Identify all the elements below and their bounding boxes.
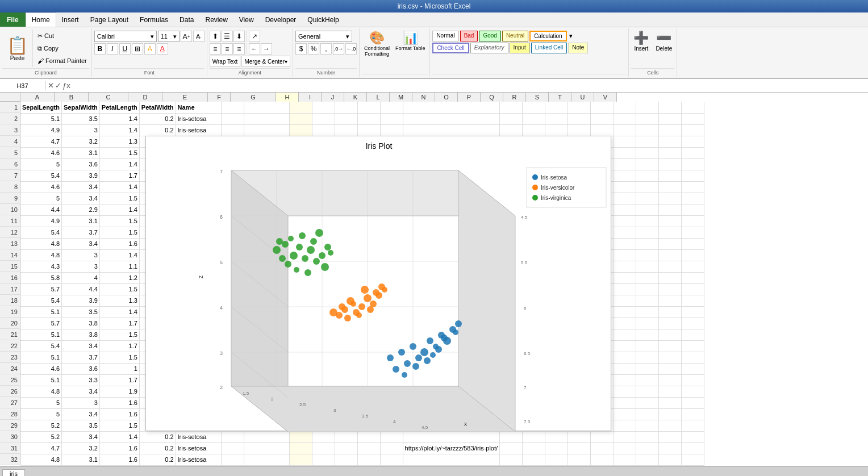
cell-K2[interactable] <box>357 113 380 124</box>
row-header-24[interactable]: 24 <box>0 363 20 374</box>
cell-S30[interactable] <box>614 431 636 442</box>
col-header-P[interactable]: P <box>458 93 481 102</box>
cell-U14[interactable] <box>659 249 682 261</box>
bold-button[interactable]: B <box>94 43 106 55</box>
explanatory-style[interactable]: Explanatory <box>470 43 508 53</box>
cell-T9[interactable] <box>636 193 659 204</box>
cell-U32[interactable] <box>659 454 682 465</box>
cell-T32[interactable] <box>636 454 659 465</box>
cell-V11[interactable] <box>682 215 704 227</box>
cell-V32[interactable] <box>682 454 704 465</box>
indent-increase-button[interactable]: → <box>261 43 272 55</box>
cell-B29[interactable]: 3.5 <box>62 420 100 431</box>
cell-I2[interactable] <box>312 113 335 124</box>
align-middle-button[interactable]: ☰ <box>222 31 233 42</box>
row-header-32[interactable]: 32 <box>0 454 20 465</box>
col-header-Q[interactable]: Q <box>481 93 503 102</box>
cell-A9[interactable]: 5 <box>20 193 62 204</box>
cell-A26[interactable]: 4.8 <box>20 386 62 397</box>
cell-M2[interactable] <box>403 113 500 124</box>
cell-T25[interactable] <box>636 374 659 386</box>
cell-S19[interactable] <box>614 306 636 318</box>
insert-function-icon[interactable]: ƒx <box>62 81 70 90</box>
cell-A30[interactable]: 5.2 <box>20 431 62 442</box>
cell-C25[interactable]: 1.7 <box>99 374 139 386</box>
cell-J2[interactable] <box>335 113 357 124</box>
cell-U11[interactable] <box>659 215 682 227</box>
decrease-decimal-button[interactable]: ←.0 <box>345 43 357 55</box>
cell-T17[interactable] <box>636 283 659 295</box>
cell-C4[interactable]: 1.3 <box>99 136 139 147</box>
cell-B26[interactable]: 3.4 <box>62 386 100 397</box>
increase-font-button[interactable]: A+ <box>181 31 192 42</box>
cell-A18[interactable]: 5.4 <box>20 295 62 306</box>
cell-B19[interactable]: 3.5 <box>62 306 100 318</box>
cell-T14[interactable] <box>636 249 659 261</box>
cell-C3[interactable]: 1.4 <box>99 124 139 136</box>
cell-B25[interactable]: 3.3 <box>62 374 100 386</box>
cell-P32[interactable] <box>545 454 568 465</box>
cell-A3[interactable]: 4.9 <box>20 124 62 136</box>
cell-T15[interactable] <box>636 261 659 272</box>
cell-C26[interactable]: 1.9 <box>99 386 139 397</box>
cell-S15[interactable] <box>614 261 636 272</box>
decrease-font-button[interactable]: A- <box>193 31 205 42</box>
cell-A27[interactable]: 5 <box>20 397 62 408</box>
cell-U17[interactable] <box>659 283 682 295</box>
cell-A8[interactable]: 4.6 <box>20 181 62 193</box>
cell-B16[interactable]: 4 <box>62 272 100 283</box>
italic-button[interactable]: I <box>107 43 118 55</box>
cell-U8[interactable] <box>659 181 682 193</box>
cell-N2[interactable] <box>500 113 523 124</box>
cell-T2[interactable] <box>636 113 659 124</box>
file-menu[interactable]: File <box>0 12 26 27</box>
cell-V24[interactable] <box>682 363 704 374</box>
cell-C23[interactable]: 1.5 <box>99 352 139 363</box>
format-painter-button[interactable]: 🖌 Format Painter <box>35 55 89 66</box>
cell-F3[interactable] <box>221 124 244 136</box>
row-header-4[interactable]: 4 <box>0 136 20 147</box>
cell-B17[interactable]: 4.4 <box>62 283 100 295</box>
cell-J1[interactable] <box>335 102 357 113</box>
cell-L30[interactable] <box>380 431 403 442</box>
cell-G3[interactable] <box>244 124 289 136</box>
underline-button[interactable]: U <box>119 43 131 55</box>
cell-T13[interactable] <box>636 238 659 249</box>
cell-S29[interactable] <box>614 420 636 431</box>
row-header-25[interactable]: 25 <box>0 374 20 386</box>
cell-C16[interactable]: 1.2 <box>99 272 139 283</box>
row-header-17[interactable]: 17 <box>0 283 20 295</box>
cell-V12[interactable] <box>682 227 704 238</box>
cell-U30[interactable] <box>659 431 682 442</box>
cell-Q3[interactable] <box>568 124 591 136</box>
cell-Q1[interactable] <box>568 102 591 113</box>
cell-S32[interactable] <box>614 454 636 465</box>
cell-L1[interactable] <box>380 102 403 113</box>
fill-color-button[interactable]: A <box>144 43 156 55</box>
cell-M32[interactable] <box>403 454 500 465</box>
row-header-22[interactable]: 22 <box>0 340 20 352</box>
cell-C31[interactable]: 1.6 <box>99 442 139 454</box>
cell-T28[interactable] <box>636 408 659 420</box>
cell-B4[interactable]: 3.2 <box>62 136 100 147</box>
cell-U24[interactable] <box>659 363 682 374</box>
cell-T29[interactable] <box>636 420 659 431</box>
cell-U7[interactable] <box>659 170 682 181</box>
cell-V3[interactable] <box>682 124 704 136</box>
border-button[interactable]: ⊞ <box>132 43 143 55</box>
cell-C1[interactable]: PetalLength <box>99 102 139 113</box>
cell-V21[interactable] <box>682 329 704 340</box>
cell-U28[interactable] <box>659 408 682 420</box>
cell-J32[interactable] <box>335 454 357 465</box>
cell-V8[interactable] <box>682 181 704 193</box>
cell-F2[interactable] <box>221 113 244 124</box>
cell-S17[interactable] <box>614 283 636 295</box>
font-size-selector[interactable]: 11 ▾ <box>158 31 180 42</box>
cell-S3[interactable] <box>614 124 636 136</box>
row-header-16[interactable]: 16 <box>0 272 20 283</box>
insert-menu[interactable]: Insert <box>56 12 85 27</box>
cell-D1[interactable]: PetalWidth <box>139 102 176 113</box>
cell-E2[interactable]: Iris-setosa <box>176 113 221 124</box>
cell-I1[interactable] <box>312 102 335 113</box>
cell-B2[interactable]: 3.5 <box>62 113 100 124</box>
